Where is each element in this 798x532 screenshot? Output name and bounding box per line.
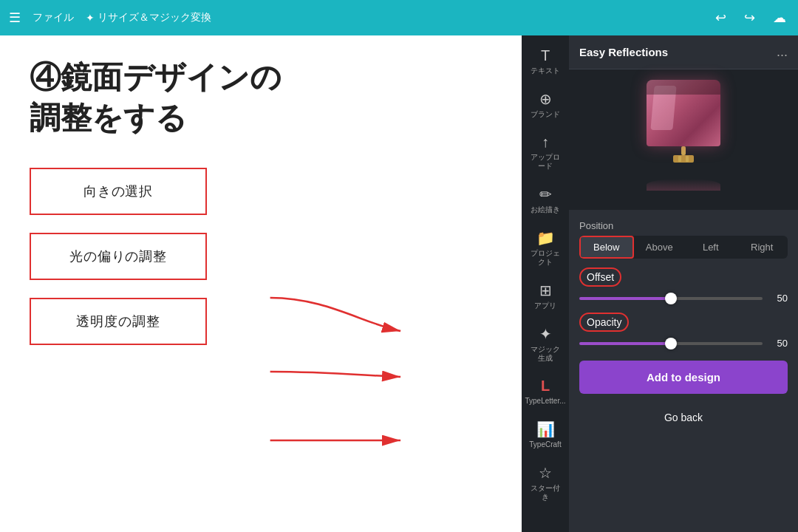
- position-below-button[interactable]: Below: [579, 236, 634, 259]
- opacity-value: 50: [770, 338, 788, 349]
- star-icon: ☆: [539, 464, 552, 482]
- opacity-slider[interactable]: [579, 342, 763, 345]
- position-left-button[interactable]: Left: [685, 236, 737, 259]
- resize-magic-menu[interactable]: ✦ リサイズ＆マジック変換: [86, 11, 211, 24]
- go-back-button[interactable]: Go back: [579, 403, 788, 432]
- sidebar-item-text[interactable]: T テキスト: [525, 41, 566, 81]
- cloud-save-icon[interactable]: ☁: [770, 7, 789, 29]
- sidebar-item-project[interactable]: 📁 プロジェクト: [525, 223, 566, 273]
- typecraft-icon: 📊: [536, 420, 555, 438]
- annotation-box-offset: 光の偏りの調整: [30, 233, 207, 280]
- upload-icon: ↑: [542, 134, 549, 151]
- brand-icon: ⊕: [539, 90, 552, 108]
- lamp-preview: [647, 80, 720, 146]
- offset-value: 50: [770, 293, 788, 304]
- right-panel: T テキスト ⊕ ブランド ↑ アップロード ✏ お絵描き 📁 プロジェクト ⊞: [522, 35, 798, 532]
- typeletter-icon: L: [541, 378, 550, 395]
- menu-icon[interactable]: ☰: [9, 10, 21, 26]
- annotation-boxes: 向きの選択 光の偏りの調整 透明度の調整: [30, 168, 492, 345]
- draw-icon: ✏: [539, 185, 552, 203]
- undo-button[interactable]: ↩: [712, 7, 729, 29]
- file-menu[interactable]: ファイル: [33, 11, 74, 24]
- annotation-box-opacity: 透明度の調整: [30, 298, 207, 345]
- opacity-section: Opacity 50: [579, 313, 788, 349]
- offset-label: Offset: [587, 271, 614, 283]
- preview-area: [569, 69, 798, 210]
- position-label: Position: [579, 220, 788, 231]
- position-group: Below Above Left Right: [579, 236, 788, 259]
- sidebar-item-magic[interactable]: ✦ マジック生成: [525, 319, 566, 369]
- sidebar-item-brand[interactable]: ⊕ ブランド: [525, 84, 566, 125]
- project-icon: 📁: [536, 229, 555, 247]
- sidebar-item-upload[interactable]: ↑ アップロード: [525, 128, 566, 177]
- plugin-more-button[interactable]: ...: [777, 44, 788, 60]
- plugin-header: Easy Reflections ...: [569, 35, 798, 69]
- lamp-base: [672, 146, 695, 168]
- position-section: Position Below Above Left Right: [579, 220, 788, 259]
- main-content: ④鏡面デザインの 調整をする 向きの選択 光の偏りの調整 透明度の調整: [0, 35, 798, 532]
- position-above-button[interactable]: Above: [634, 236, 686, 259]
- text-icon: T: [541, 47, 550, 64]
- apps-icon: ⊞: [539, 282, 552, 299]
- annotation-area: ④鏡面デザインの 調整をする 向きの選択 光の偏りの調整 透明度の調整: [0, 35, 522, 532]
- offset-section: Offset 50: [579, 267, 788, 304]
- offset-slider-row: 50: [579, 293, 788, 304]
- sidebar-icons: T テキスト ⊕ ブランド ↑ アップロード ✏ お絵描き 📁 プロジェクト ⊞: [522, 35, 569, 532]
- lamp-reflection: [647, 179, 720, 191]
- sidebar-item-apps[interactable]: ⊞ アプリ: [525, 276, 566, 316]
- opacity-slider-row: 50: [579, 338, 788, 349]
- plugin-controls: Position Below Above Left Right Offset: [569, 210, 798, 532]
- plugin-title: Easy Reflections: [579, 46, 668, 58]
- sidebar-item-typeletter[interactable]: L TypeLetter...: [525, 372, 566, 412]
- opacity-label: Opacity: [587, 316, 621, 328]
- sidebar-item-draw[interactable]: ✏ お絵描き: [525, 180, 566, 220]
- annotation-title: ④鏡面デザインの 調整をする: [30, 58, 492, 138]
- add-to-design-button[interactable]: Add to design: [579, 361, 788, 394]
- resize-icon: ✦: [86, 12, 95, 24]
- redo-button[interactable]: ↪: [741, 7, 758, 29]
- annotation-box-direction: 向きの選択: [30, 168, 207, 215]
- offset-slider[interactable]: [579, 297, 763, 300]
- position-right-button[interactable]: Right: [737, 236, 788, 259]
- plugin-panel: Easy Reflections ...: [569, 35, 798, 532]
- topbar: ☰ ファイル ✦ リサイズ＆マジック変換 ↩ ↪ ☁: [0, 0, 798, 35]
- sidebar-item-starred[interactable]: ☆ スター付き: [525, 458, 566, 508]
- sidebar-item-typecraft[interactable]: 📊 TypeCraft: [525, 415, 566, 455]
- magic-icon: ✦: [539, 325, 552, 343]
